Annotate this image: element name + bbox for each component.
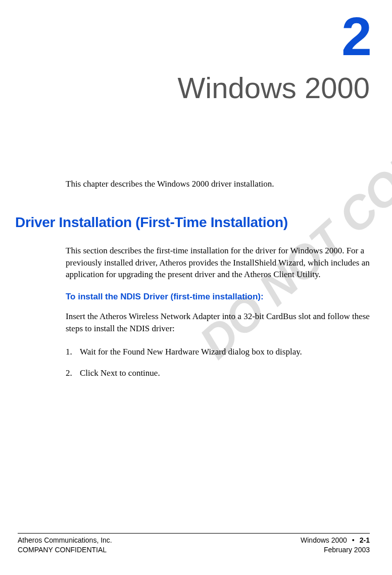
step-item: 1. Wait for the Found New Hardware Wizar… — [66, 346, 370, 358]
page-number: 2-1 — [360, 536, 370, 545]
footer-section-title: Windows 2000 — [301, 536, 347, 545]
step-item: 2. Click Next to continue. — [66, 367, 370, 379]
instruction-paragraph: Insert the Atheros Wireless Network Adap… — [66, 311, 370, 335]
step-text: Wait for the Found New Hardware Wizard d… — [80, 346, 302, 358]
footer-company: Atheros Communications, Inc. — [18, 536, 112, 545]
sub-heading: To install the NDIS Driver (first-time i… — [66, 292, 370, 302]
step-number: 1. — [66, 346, 80, 358]
chapter-number: 2 — [341, 9, 372, 64]
footer-confidential: COMPANY CONFIDENTIAL — [18, 545, 112, 555]
section-body: This section describes the first-time in… — [66, 245, 370, 281]
section-heading: Driver Installation (First-Time Installa… — [15, 214, 370, 231]
bullet-icon: • — [352, 536, 355, 545]
step-number: 2. — [66, 367, 80, 379]
footer-right: Windows 2000 • 2-1 February 2003 — [301, 536, 370, 555]
footer-left: Atheros Communications, Inc. COMPANY CON… — [18, 536, 112, 555]
content-area: This chapter describes the Windows 2000 … — [66, 169, 370, 388]
page-footer: Atheros Communications, Inc. COMPANY CON… — [18, 533, 370, 555]
intro-paragraph: This chapter describes the Windows 2000 … — [66, 178, 370, 190]
document-page: 2 Windows 2000 DO NOT COPY This chapter … — [0, 0, 392, 575]
footer-date: February 2003 — [301, 545, 370, 555]
chapter-title: Windows 2000 — [178, 71, 370, 105]
step-text: Click Next to continue. — [80, 367, 160, 379]
